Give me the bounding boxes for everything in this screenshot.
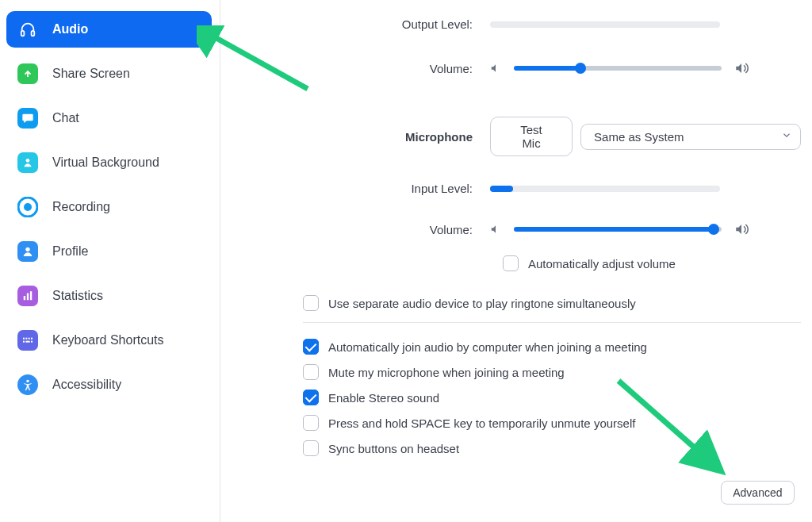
svg-point-4 [24,203,32,211]
statistics-icon [17,286,38,306]
sidebar-item-label: Chat [52,111,79,125]
svg-point-17 [26,380,29,382]
speaker-volume-slider[interactable] [514,66,722,71]
sidebar-item-virtual-background[interactable]: Virtual Background [6,144,212,181]
space-unmute-label: Press and hold SPACE key to temporarily … [328,416,635,430]
chat-icon [17,108,38,129]
svg-rect-0 [21,31,25,36]
svg-point-2 [26,159,30,163]
test-mic-button[interactable]: Test Mic [490,117,573,156]
sidebar: Audio Share Screen Chat Virtual Backgrou… [0,0,220,522]
volume-high-icon [734,61,749,75]
microphone-device-select[interactable]: Same as System [580,124,800,150]
separate-ringtone-label: Use separate audio device to play ringto… [328,297,636,310]
sidebar-item-label: Audio [52,22,88,36]
sidebar-item-label: Statistics [52,289,103,303]
svg-rect-9 [21,336,34,345]
sidebar-item-recording[interactable]: Recording [6,189,212,225]
mute-on-join-label: Mute my microphone when joining a meetin… [328,366,565,379]
mic-volume-label: Volume: [236,223,490,236]
sidebar-item-label: Virtual Background [52,155,159,170]
sidebar-item-chat[interactable]: Chat [6,100,212,136]
chevron-down-icon [781,130,792,144]
divider [303,322,801,323]
auto-adjust-volume-label: Automatically adjust volume [528,257,676,271]
input-level-label: Input Level: [236,182,490,195]
svg-point-5 [25,248,29,251]
svg-rect-1 [32,31,35,36]
mute-on-join-checkbox[interactable] [303,364,319,380]
svg-rect-15 [25,341,29,343]
enable-stereo-checkbox[interactable] [303,390,319,405]
svg-rect-13 [31,338,33,340]
volume-low-icon [490,63,501,74]
input-level-meter [490,186,720,192]
sidebar-item-audio[interactable]: Audio [6,11,212,48]
sidebar-item-accessibility[interactable]: Accessibility [6,367,212,403]
main-panel: Output Level: Volume: [220,0,812,522]
sidebar-item-label: Accessibility [52,378,121,392]
sidebar-item-share-screen[interactable]: Share Screen [6,56,212,92]
svg-rect-10 [23,338,25,340]
svg-rect-11 [25,338,27,340]
auto-adjust-volume-checkbox[interactable] [503,255,519,271]
speaker-volume-label: Volume: [236,62,490,75]
microphone-section-label: Microphone [236,130,490,144]
sync-headset-checkbox[interactable] [303,440,319,456]
auto-join-audio-label: Automatically join audio by computer whe… [328,340,647,354]
keyboard-icon [17,330,38,351]
sync-headset-label: Sync buttons on headset [328,442,459,455]
profile-icon [17,241,38,262]
svg-rect-12 [29,338,30,340]
separate-ringtone-checkbox[interactable] [303,295,319,311]
sidebar-item-label: Recording [52,200,110,214]
sidebar-item-profile[interactable]: Profile [6,233,212,270]
svg-rect-6 [24,296,25,300]
output-level-meter [490,21,720,28]
output-level-label: Output Level: [236,17,490,31]
auto-join-audio-checkbox[interactable] [303,339,319,355]
space-unmute-checkbox[interactable] [303,415,319,431]
sidebar-item-keyboard-shortcuts[interactable]: Keyboard Shortcuts [6,322,212,359]
svg-rect-7 [27,294,29,301]
volume-low-icon [490,224,501,235]
sidebar-item-statistics[interactable]: Statistics [6,278,212,314]
sidebar-item-label: Share Screen [52,67,130,81]
virtual-background-icon [17,152,38,173]
share-screen-icon [17,63,38,84]
mic-volume-slider[interactable] [514,227,722,232]
svg-rect-14 [23,341,25,343]
svg-rect-16 [31,341,33,343]
advanced-button[interactable]: Advanced [721,481,794,505]
sidebar-item-label: Keyboard Shortcuts [52,333,164,347]
sidebar-item-label: Profile [52,244,88,259]
enable-stereo-label: Enable Stereo sound [328,391,439,405]
volume-high-icon [734,222,749,236]
accessibility-icon [17,374,38,395]
svg-rect-8 [30,291,32,300]
recording-icon [17,197,38,217]
microphone-device-value: Same as System [594,130,684,144]
headphones-icon [17,19,38,40]
